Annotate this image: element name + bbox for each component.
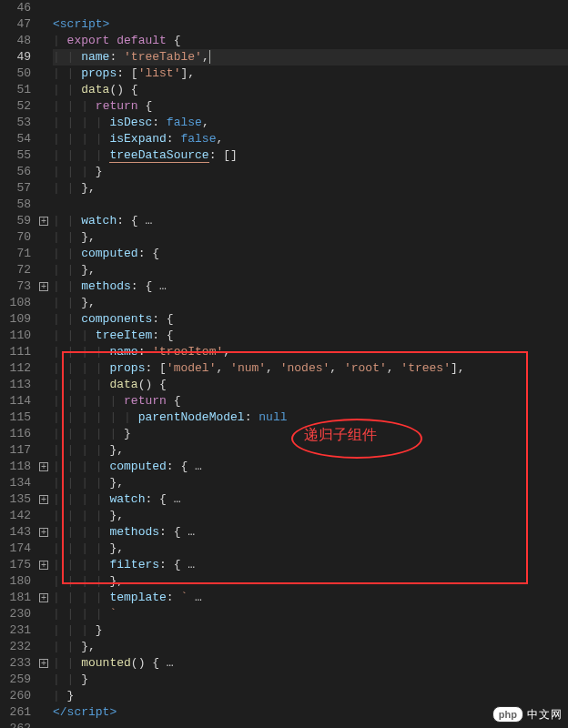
indent-guide: | — [81, 460, 96, 473]
fold-expand-icon[interactable]: + — [39, 495, 48, 504]
code-line[interactable]: | | computed: { — [53, 246, 568, 262]
code-line[interactable]: | | | | methods: { … — [53, 524, 568, 541]
indent-guide: | — [53, 525, 67, 539]
code-line[interactable]: | | }, — [53, 180, 568, 197]
token-prop: computed — [81, 247, 137, 260]
line-number: 109 — [0, 311, 36, 328]
line-number: 260 — [0, 688, 36, 704]
indent-guide: | — [81, 329, 96, 342]
token-ellip: … — [180, 558, 195, 571]
code-line[interactable]: | export default { — [53, 33, 568, 49]
code-line[interactable]: | | | | | return { — [53, 393, 568, 410]
fold-cell — [36, 246, 51, 262]
code-line[interactable]: | | | | | | parentNodeModel: null — [53, 410, 568, 426]
fold-cell[interactable]: + — [36, 557, 51, 573]
fold-cell[interactable]: + — [36, 524, 51, 541]
token-str: 'root' — [344, 361, 387, 375]
code-line[interactable]: | | watch: { … — [53, 213, 568, 229]
fold-gutter[interactable]: ++++++++ — [36, 0, 51, 728]
code-line[interactable]: | | | | filters: { … — [53, 557, 568, 573]
line-number: 117 — [0, 442, 36, 459]
code-line[interactable]: | | | | }, — [53, 541, 568, 557]
line-number: 142 — [0, 508, 36, 524]
code-line[interactable]: </script> — [53, 704, 568, 721]
token-kw: export — [67, 34, 110, 47]
token-prop: name — [109, 345, 137, 359]
code-area[interactable]: <script>| export default {| | name: 'tre… — [51, 0, 568, 728]
token-prop: parentNodeModel — [138, 410, 245, 424]
fold-expand-icon[interactable]: + — [39, 561, 48, 570]
fold-expand-icon[interactable]: + — [39, 282, 48, 291]
code-line[interactable]: <script> — [53, 16, 568, 33]
fold-cell — [36, 82, 51, 98]
line-number: 259 — [0, 672, 36, 688]
code-line[interactable]: | | | | template: ` … — [53, 590, 568, 606]
code-line[interactable]: | | | | isDesc: false, — [53, 115, 568, 131]
code-line[interactable] — [53, 197, 568, 213]
token-fn: data — [109, 378, 137, 391]
code-line[interactable]: | | }, — [53, 229, 568, 246]
code-line[interactable]: | | }, — [53, 262, 568, 278]
token-punc: ], — [451, 361, 465, 375]
line-number: 53 — [0, 115, 36, 131]
indent-guide: | — [67, 345, 82, 359]
code-line[interactable]: | | | } — [53, 622, 568, 639]
fold-cell[interactable]: + — [36, 278, 51, 295]
fold-expand-icon[interactable]: + — [39, 659, 48, 668]
fold-expand-icon[interactable]: + — [39, 217, 48, 226]
code-line[interactable]: | | | | isExpand: false, — [53, 131, 568, 147]
fold-expand-icon[interactable]: + — [39, 462, 48, 471]
indent-guide: | — [67, 656, 82, 670]
code-line[interactable]: | | | | }, — [53, 573, 568, 590]
indent-guide: | — [81, 623, 96, 637]
code-line[interactable]: | | | | props: ['model', 'num', 'nodes',… — [53, 360, 568, 377]
code-line[interactable]: | | components: { — [53, 311, 568, 328]
indent-guide: | — [53, 623, 67, 637]
fold-cell[interactable]: + — [36, 213, 51, 229]
token-punc: () { — [138, 378, 167, 391]
fold-cell[interactable]: + — [36, 655, 51, 672]
fold-cell[interactable]: + — [36, 491, 51, 508]
code-line[interactable]: | | }, — [53, 295, 568, 311]
code-line[interactable] — [53, 0, 568, 16]
code-line[interactable] — [53, 721, 568, 728]
code-line[interactable]: | | methods: { … — [53, 278, 568, 295]
indent-guide: | — [96, 443, 110, 457]
code-line[interactable]: | | | | watch: { … — [53, 491, 568, 508]
code-line[interactable]: | } — [53, 688, 568, 704]
fold-cell — [36, 606, 51, 622]
indent-guide: | — [67, 525, 82, 539]
line-number: 58 — [0, 197, 36, 213]
code-line[interactable]: | | | | | } — [53, 426, 568, 442]
code-line[interactable]: | | | | computed: { … — [53, 459, 568, 475]
token-punc: { — [167, 34, 181, 47]
code-line[interactable]: | | | | data() { — [53, 377, 568, 393]
code-line[interactable]: | | | | treeDataSource: [] — [53, 147, 568, 164]
line-number-gutter: 4647484950515253545556575859707172731081… — [0, 0, 36, 728]
fold-expand-icon[interactable]: + — [39, 593, 48, 602]
code-line[interactable]: | | mounted() { … — [53, 655, 568, 672]
indent-guide: | — [67, 394, 82, 408]
code-line[interactable]: | | props: ['list'], — [53, 66, 568, 82]
code-line[interactable]: | | | | }, — [53, 508, 568, 524]
code-line[interactable]: | | | } — [53, 164, 568, 180]
code-line[interactable]: | | data() { — [53, 82, 568, 98]
code-line[interactable]: | | | return { — [53, 98, 568, 115]
line-number: 231 — [0, 622, 36, 639]
code-line[interactable]: | | | treeItem: { — [53, 328, 568, 344]
fold-cell[interactable]: + — [36, 459, 51, 475]
code-line[interactable]: | | | | }, — [53, 442, 568, 459]
code-line[interactable]: | | name: 'treeTable', — [53, 49, 568, 66]
fold-cell[interactable]: + — [36, 590, 51, 606]
code-line[interactable]: | | }, — [53, 639, 568, 655]
code-line[interactable]: | | | | }, — [53, 475, 568, 491]
code-line[interactable]: | | | | name: 'treeItem', — [53, 344, 568, 360]
code-line[interactable]: | | } — [53, 672, 568, 688]
line-number: 118 — [0, 459, 36, 475]
indent-guide: | — [67, 591, 82, 604]
token-prop: computed — [109, 460, 166, 473]
code-line[interactable]: | | | | ` — [53, 606, 568, 622]
fold-cell — [36, 393, 51, 410]
code-editor[interactable]: 4647484950515253545556575859707172731081… — [0, 0, 568, 728]
fold-expand-icon[interactable]: + — [39, 528, 48, 537]
